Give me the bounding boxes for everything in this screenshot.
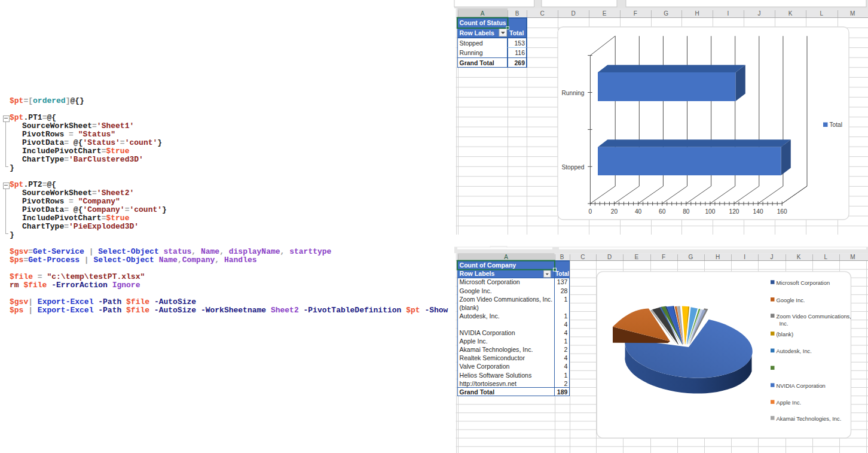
svg-text:I: I bbox=[728, 10, 729, 17]
svg-text:Grand Total: Grand Total bbox=[460, 388, 495, 396]
svg-text:100: 100 bbox=[705, 208, 715, 215]
svg-text:189: 189 bbox=[557, 388, 568, 396]
svg-text:Autodesk, Inc.: Autodesk, Inc. bbox=[460, 312, 500, 320]
svg-text:F: F bbox=[662, 254, 665, 260]
svg-text:160: 160 bbox=[777, 208, 787, 215]
svg-text:Apple Inc.: Apple Inc. bbox=[460, 338, 488, 345]
svg-text:137: 137 bbox=[557, 278, 568, 285]
svg-text:Inc.: Inc. bbox=[780, 320, 788, 327]
svg-text:269: 269 bbox=[514, 59, 525, 66]
svg-text:1: 1 bbox=[564, 312, 568, 320]
svg-text:Helios Software Solutions: Helios Software Solutions bbox=[460, 372, 532, 379]
svg-text:153: 153 bbox=[514, 39, 525, 47]
svg-text:NVIDIA Corporation: NVIDIA Corporation bbox=[460, 329, 515, 336]
svg-text:Total: Total bbox=[555, 270, 569, 277]
svg-text:1: 1 bbox=[564, 296, 568, 303]
svg-text:Valve Corporation: Valve Corporation bbox=[460, 363, 510, 370]
svg-text:Apple Inc.: Apple Inc. bbox=[777, 399, 802, 406]
svg-text:E: E bbox=[603, 10, 607, 17]
svg-text:2: 2 bbox=[564, 380, 568, 387]
svg-text:E: E bbox=[635, 254, 639, 260]
svg-text:Realtek Semiconductor: Realtek Semiconductor bbox=[460, 354, 525, 361]
svg-text:Google Inc.: Google Inc. bbox=[777, 297, 805, 303]
svg-text:(blank): (blank) bbox=[777, 331, 794, 338]
svg-text:140: 140 bbox=[753, 208, 763, 215]
svg-text:4: 4 bbox=[564, 329, 568, 336]
svg-text:D: D bbox=[607, 254, 612, 260]
svg-text:Total: Total bbox=[830, 121, 843, 128]
svg-text:Grand Total: Grand Total bbox=[460, 59, 494, 66]
svg-text:Stopped: Stopped bbox=[561, 164, 584, 171]
svg-text:4: 4 bbox=[564, 354, 568, 361]
svg-text:Akamai Technologies, Inc.: Akamai Technologies, Inc. bbox=[460, 346, 533, 353]
svg-text:http://tortoisesvn.net: http://tortoisesvn.net bbox=[460, 380, 516, 387]
svg-text:Microsoft Corporation: Microsoft Corporation bbox=[777, 279, 830, 286]
svg-text:40: 40 bbox=[635, 208, 642, 215]
svg-text:I: I bbox=[744, 254, 745, 260]
svg-text:Running: Running bbox=[460, 49, 483, 56]
svg-text:(blank): (blank) bbox=[460, 304, 479, 311]
svg-text:4: 4 bbox=[564, 321, 568, 328]
svg-text:F: F bbox=[634, 10, 637, 17]
svg-text:B: B bbox=[560, 254, 564, 260]
svg-text:20: 20 bbox=[611, 208, 618, 215]
svg-text:4: 4 bbox=[564, 363, 568, 370]
svg-text:1: 1 bbox=[564, 338, 568, 345]
svg-text:120: 120 bbox=[729, 208, 739, 215]
svg-text:K: K bbox=[788, 10, 793, 17]
svg-text:A: A bbox=[504, 254, 508, 260]
svg-text:Row Labels: Row Labels bbox=[460, 29, 495, 37]
svg-text:80: 80 bbox=[683, 208, 690, 215]
svg-text:60: 60 bbox=[659, 208, 666, 215]
svg-text:D: D bbox=[571, 10, 575, 17]
svg-text:Google Inc.: Google Inc. bbox=[460, 287, 492, 294]
svg-text:M: M bbox=[850, 10, 855, 17]
svg-text:C: C bbox=[580, 254, 585, 260]
svg-text:Running: Running bbox=[561, 90, 584, 96]
svg-text:G: G bbox=[664, 10, 668, 17]
svg-text:28: 28 bbox=[561, 287, 568, 294]
svg-text:Akamai Technologies, Inc.: Akamai Technologies, Inc. bbox=[777, 415, 842, 422]
svg-text:L: L bbox=[824, 254, 828, 260]
svg-text:L: L bbox=[820, 10, 823, 17]
svg-text:A: A bbox=[481, 10, 485, 17]
svg-text:Autodesk, Inc.: Autodesk, Inc. bbox=[777, 348, 812, 354]
svg-text:Row Labels: Row Labels bbox=[460, 270, 495, 277]
svg-text:H: H bbox=[695, 10, 699, 17]
svg-text:M: M bbox=[850, 254, 855, 260]
svg-text:K: K bbox=[797, 254, 801, 260]
svg-text:G: G bbox=[688, 254, 693, 260]
svg-text:2: 2 bbox=[564, 346, 568, 353]
svg-text:Total: Total bbox=[509, 29, 524, 37]
svg-text:Stopped: Stopped bbox=[460, 39, 483, 47]
svg-text:0: 0 bbox=[589, 208, 592, 215]
svg-text:B: B bbox=[515, 10, 519, 17]
svg-text:J: J bbox=[770, 254, 773, 260]
svg-text:C: C bbox=[540, 10, 544, 17]
svg-text:116: 116 bbox=[515, 49, 525, 56]
svg-text:Zoom Video Communications, Inc: Zoom Video Communications, Inc. bbox=[460, 296, 553, 303]
svg-text:H: H bbox=[716, 254, 720, 260]
svg-text:Count of Status: Count of Status bbox=[460, 19, 506, 26]
svg-text:Zoom Video Communications,: Zoom Video Communications, bbox=[777, 313, 851, 320]
svg-text:NVIDIA Corporation: NVIDIA Corporation bbox=[777, 382, 826, 389]
svg-text:Microsoft Corporation: Microsoft Corporation bbox=[460, 278, 520, 285]
svg-text:1: 1 bbox=[564, 372, 568, 379]
svg-text:J: J bbox=[758, 10, 761, 17]
svg-text:Count of Company: Count of Company bbox=[460, 262, 516, 269]
